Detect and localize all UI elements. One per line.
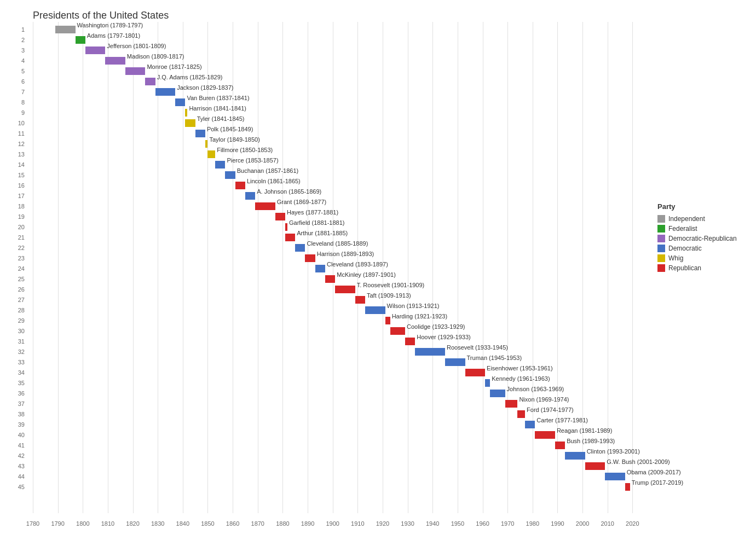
president-bar-35 (485, 379, 490, 387)
president-label-5: Monroe (1817-1825) (147, 63, 201, 70)
legend-swatch-republican (657, 264, 665, 272)
row-num-33: 33 (8, 359, 25, 365)
president-bar-14 (215, 161, 225, 169)
chart-title: Presidents of the United States (33, 10, 169, 21)
row-num-26: 26 (8, 286, 25, 293)
year-label-1880: 1880 (276, 520, 289, 527)
president-label-23: Harrison (1889-1893) (317, 251, 374, 257)
president-bar-2 (76, 36, 85, 44)
row-num-1: 1 (8, 26, 25, 33)
legend-label-federalist: Federalist (668, 225, 697, 233)
row-num-30: 30 (8, 328, 25, 334)
president-row-45: 45Trump (2017-2019) (33, 482, 657, 491)
president-bar-8 (175, 98, 185, 106)
president-bar-44 (605, 473, 625, 480)
president-bar-16 (235, 182, 245, 189)
president-bar-21 (285, 234, 295, 241)
president-row-19: 19Hayes (1877-1881) (33, 212, 657, 221)
president-bar-17 (245, 192, 255, 200)
row-num-42: 42 (8, 452, 25, 459)
row-num-31: 31 (8, 338, 25, 345)
president-bar-3 (85, 47, 106, 54)
row-num-18: 18 (8, 203, 25, 210)
president-label-33: Truman (1945-1953) (467, 355, 522, 361)
row-num-35: 35 (8, 380, 25, 386)
president-bar-25 (325, 275, 335, 283)
president-row-17: 17A. Johnson (1865-1869) (33, 191, 657, 200)
president-label-18: Grant (1869-1877) (277, 199, 327, 205)
row-num-23: 23 (8, 255, 25, 262)
president-bar-45 (625, 483, 630, 491)
row-num-2: 2 (8, 37, 25, 43)
year-label-1960: 1960 (476, 520, 489, 527)
president-bar-43 (585, 462, 605, 470)
year-label-1980: 1980 (526, 520, 539, 527)
row-num-25: 25 (8, 276, 25, 282)
president-bar-22 (295, 244, 305, 252)
president-row-33: 33Truman (1945-1953) (33, 357, 657, 367)
president-label-15: Buchanan (1857-1861) (237, 167, 299, 174)
president-label-32: Roosevelt (1933-1945) (447, 344, 508, 351)
year-label-2000: 2000 (576, 520, 589, 527)
legend-swatch-democratic-republican (657, 235, 665, 242)
legend-label-democratic: Democratic (668, 245, 702, 252)
president-label-29: Harding (1921-1923) (392, 313, 448, 320)
president-row-6: 6J.Q. Adams (1825-1829) (33, 77, 657, 86)
president-label-12: Taylor (1849-1850) (209, 136, 259, 143)
legend-swatch-whig (657, 254, 665, 262)
chart-container: Presidents of the United States 17801790… (0, 0, 756, 546)
president-row-32: 32Roosevelt (1933-1945) (33, 347, 657, 356)
president-bar-24 (315, 265, 325, 272)
row-num-32: 32 (8, 348, 25, 355)
president-row-8: 8Van Buren (1837-1841) (33, 97, 657, 107)
year-label-1890: 1890 (301, 520, 314, 527)
president-row-11: 11Polk (1845-1849) (33, 129, 657, 138)
row-num-11: 11 (8, 130, 25, 137)
president-label-39: Carter (1977-1981) (536, 417, 588, 423)
president-label-10: Tyler (1841-1845) (197, 115, 245, 122)
president-label-35: Kennedy (1961-1963) (492, 375, 550, 382)
year-label-1820: 1820 (126, 520, 139, 527)
president-row-28: 28Wilson (1913-1921) (33, 305, 657, 315)
president-label-28: Wilson (1913-1921) (387, 303, 440, 309)
president-bar-33 (445, 358, 465, 366)
year-label-1860: 1860 (226, 520, 239, 527)
president-bar-9 (185, 109, 187, 117)
legend-swatch-independent (657, 215, 665, 223)
row-num-20: 20 (8, 224, 25, 230)
year-label-2010: 2010 (601, 520, 614, 527)
president-row-34: 34Eisenhower (1953-1961) (33, 368, 657, 377)
row-num-8: 8 (8, 99, 25, 106)
year-label-1840: 1840 (176, 520, 189, 527)
president-bar-12 (205, 140, 208, 148)
president-label-34: Eisenhower (1953-1961) (487, 365, 552, 371)
legend-label-whig: Whig (668, 254, 683, 262)
president-label-31: Hoover (1929-1933) (417, 334, 470, 340)
president-row-14: 14Pierce (1853-1857) (33, 160, 657, 169)
president-label-8: Van Buren (1837-1841) (187, 95, 249, 101)
president-bar-32 (415, 348, 445, 356)
president-row-26: 26T. Roosevelt (1901-1909) (33, 284, 657, 294)
row-num-36: 36 (8, 390, 25, 397)
row-num-21: 21 (8, 234, 25, 241)
president-label-16: Lincoln (1861-1865) (247, 178, 301, 184)
legend-label-democratic-republican: Democratic-Republican (668, 235, 737, 242)
year-label-1810: 1810 (101, 520, 114, 527)
row-num-37: 37 (8, 400, 25, 407)
president-label-30: Coolidge (1923-1929) (407, 323, 465, 330)
row-num-4: 4 (8, 57, 25, 64)
president-row-29: 29Harding (1921-1923) (33, 316, 657, 325)
president-row-43: 43G.W. Bush (2001-2009) (33, 461, 657, 471)
legend-item-whig: Whig (657, 254, 745, 262)
president-row-44: 44Obama (2009-2017) (33, 472, 657, 481)
president-bar-37 (505, 400, 518, 408)
president-bar-19 (275, 213, 285, 220)
president-row-9: 9Harrison (1841-1841) (33, 108, 657, 117)
president-bar-10 (185, 119, 195, 127)
president-row-12: 12Taylor (1849-1850) (33, 139, 657, 148)
year-label-1780: 1780 (26, 520, 39, 527)
president-row-18: 18Grant (1869-1877) (33, 201, 657, 211)
president-bar-7 (155, 88, 176, 96)
row-num-29: 29 (8, 317, 25, 324)
president-label-41: Bush (1989-1993) (567, 438, 615, 444)
